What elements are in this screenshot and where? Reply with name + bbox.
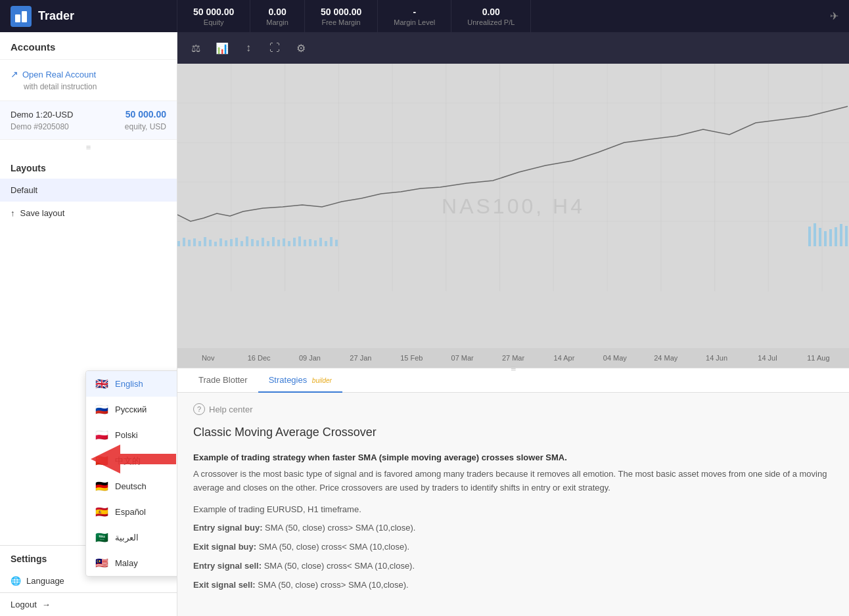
margin-level-label: Margin Level [394,18,435,26]
svg-rect-43 [304,240,306,246]
chart-toolbar: ⚖ 📊 ↕ ⛶ ⚙ [177,32,849,64]
flag-ar: 🇸🇦 [95,531,108,544]
svg-rect-33 [251,239,254,246]
horizontal-drag-handle[interactable]: ≡ [511,363,516,374]
lang-label-english: English [115,379,143,389]
lang-label-malay: Malay [115,558,138,568]
margin-level-value: - [413,7,416,17]
unrealized-pl-label: Unrealized P/L [467,18,515,26]
svg-rect-28 [225,240,227,246]
timeline-27mar: 27 Mar [488,354,538,362]
sidebar-drag-handle[interactable]: ≡ [0,140,177,155]
open-real-account-label: Open Real Account [22,70,96,79]
svg-rect-31 [241,241,243,246]
timeline-14jul: 14 Jul [742,354,792,362]
language-label: Language [26,576,64,586]
tab-strategies[interactable]: Strategies builder [258,368,342,393]
lang-label-spanish: Español [115,507,146,517]
account-id: Demo #9205080 [11,122,69,131]
svg-rect-26 [214,242,217,246]
lang-label-polish: Polski [115,430,138,440]
svg-rect-25 [209,240,212,246]
fullscreen-button[interactable]: ⛶ [264,37,285,58]
settings-button[interactable]: ⚙ [290,37,311,58]
margin-value: 0.00 [268,7,286,17]
default-layout-item[interactable]: Default [0,179,177,202]
lang-label-arabic: العربية [115,533,139,542]
svg-rect-32 [246,236,248,246]
entry-sell-value: SMA (50, close) cross< SMA (10,close). [264,561,415,571]
entry-buy-value: SMA (50, close) cross> SMA (10,close). [265,523,415,533]
lang-item-arabic[interactable]: 🇸🇦 العربية [86,525,177,550]
entry-buy-row: Entry signal buy: SMA (50, close) cross>… [193,521,833,535]
stat-free-margin: 50 000.00 Free Margin [305,0,378,32]
chart-type-button[interactable]: 📊 [212,37,233,58]
help-center-link[interactable]: ? Help center [193,403,833,415]
timeline-11aug: 11 Aug [793,354,844,362]
tab-trade-blotter[interactable]: Trade Blotter [188,368,258,393]
indicators-button[interactable]: ↕ [238,37,259,58]
external-link-icon: ↗ [11,69,18,79]
svg-rect-19 [177,241,180,246]
lang-item-russian[interactable]: 🇷🇺 Русский [86,397,177,422]
svg-rect-38 [277,240,280,246]
svg-rect-35 [262,238,264,246]
stat-margin-level: - Margin Level [378,0,451,32]
svg-rect-37 [272,237,275,246]
svg-rect-42 [298,236,301,246]
open-real-subtitle: with detail instruction [11,82,166,91]
account-item[interactable]: Demo 1:20-USD 50 000.00 Demo #9205080 eq… [0,101,177,140]
logo-text: Trader [38,9,74,23]
unrealized-pl-value: 0.00 [482,7,500,17]
send-icon[interactable]: ✈ [830,10,838,22]
svg-rect-20 [183,238,185,246]
open-real-account-link[interactable]: ↗ Open Real Account [11,69,166,79]
svg-rect-51 [814,223,816,246]
timeline-nov: Nov [183,354,233,362]
svg-rect-48 [330,237,333,246]
layouts-section: Layouts Default ↑ Save layout [0,155,177,225]
stat-unrealized-pl: 0.00 Unrealized P/L [451,0,531,32]
timeline-14jun: 14 Jun [691,354,742,362]
drag-lines-icon: ≡ [86,143,91,152]
svg-rect-0 [15,14,20,22]
entry-buy-label: Entry signal buy: [193,523,262,533]
save-layout-button[interactable]: ↑ Save layout [0,202,177,225]
balance-scale-button[interactable]: ⚖ [185,37,206,58]
svg-rect-24 [204,237,206,246]
tabs-area: ≡ Trade Blotter Strategies builder ? Hel… [177,368,849,616]
lang-item-english[interactable]: 🇬🇧 English [86,371,177,397]
exit-buy-value: SMA (50, close) cross< SMA (10,close). [259,542,409,552]
lang-item-spanish[interactable]: 🇪🇸 Español [86,499,177,525]
svg-rect-40 [288,241,290,246]
lang-item-malay[interactable]: 🇲🇾 Malay [86,550,177,576]
main-layout: Accounts ↗ Open Real Account with detail… [0,32,849,616]
logout-item[interactable]: Logout → [0,592,177,616]
save-layout-label: Save layout [20,208,65,218]
save-icon: ↑ [11,208,15,218]
arrow-annotation [91,441,176,479]
help-center-label: Help center [209,405,252,414]
topbar: Trader 50 000.00 Equity 0.00 Margin 50 0… [0,0,849,32]
timeline-14apr: 14 Apr [539,354,589,362]
logout-label: Logout [11,600,37,609]
svg-rect-36 [267,241,269,246]
topbar-right: ✈ [819,0,849,32]
chart-canvas[interactable]: NAS100, H4 [177,64,849,348]
svg-rect-41 [293,238,296,246]
flag-pl: 🇵🇱 [95,429,108,441]
svg-rect-34 [256,240,259,246]
equity-label: Equity [204,18,224,26]
strategy-body: A crossover is the most basic type of si… [193,468,833,495]
logo-icon [11,6,32,27]
timeline-15feb: 15 Feb [386,354,437,362]
price-chart-svg [177,64,849,348]
svg-rect-52 [819,228,821,246]
lang-label-german: Deutsch [115,481,147,491]
svg-rect-54 [829,229,832,246]
strategy-subtitle: Example of trading strategy when faster … [193,452,833,462]
exit-sell-label: Exit signal sell: [193,580,256,590]
account-name: Demo 1:20-USD [11,110,73,120]
tabs-header: ≡ Trade Blotter Strategies builder [177,368,849,393]
svg-rect-45 [314,240,317,246]
